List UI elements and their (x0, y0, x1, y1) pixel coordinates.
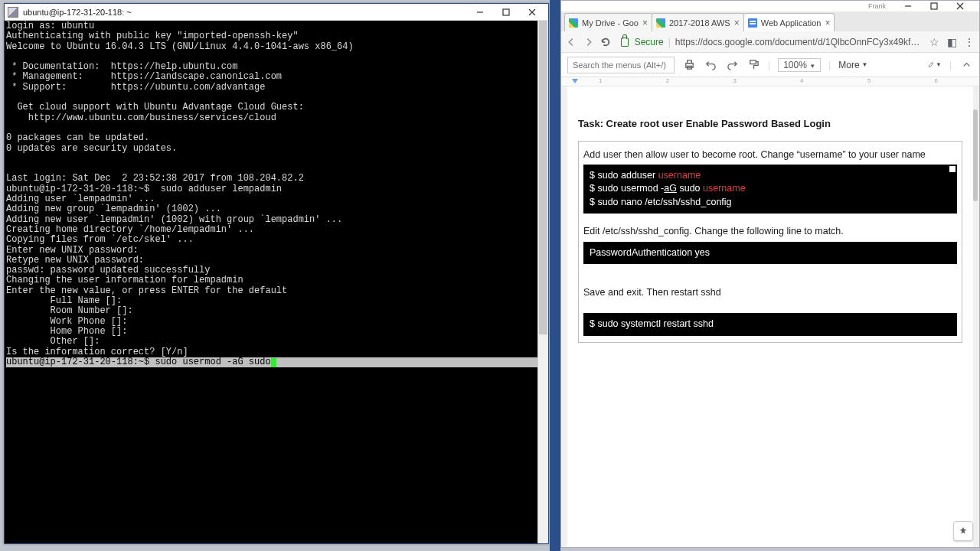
ruler[interactable]: 123456 (561, 77, 979, 86)
drive-favicon-icon (569, 18, 578, 28)
chrome-caption-bar: Frank (561, 1, 979, 11)
chrome-window: Frank My Drive - Goo×2017-2018 AWS×Web A… (560, 0, 980, 548)
terminal-current-line[interactable]: ubuntu@ip-172-31-20-118:~$ sudo usermod … (6, 357, 547, 367)
explore-button[interactable] (953, 521, 973, 541)
minimize-button[interactable] (467, 5, 493, 20)
paint-format-icon[interactable] (746, 58, 760, 72)
svg-rect-1 (931, 3, 937, 9)
tab-label: My Drive - Goo (582, 18, 639, 28)
selection-handle-icon[interactable] (949, 166, 956, 172)
zoom-select[interactable]: 100% ▼ (778, 58, 821, 72)
docs-page[interactable]: Task: Create root user Enable Password B… (567, 86, 973, 547)
more-button[interactable]: More ▼ (838, 60, 867, 70)
search-menus-input[interactable] (567, 57, 675, 73)
back-button[interactable] (566, 36, 577, 48)
putty-window: ubuntu@ip-172-31-20-118: ~ login as: ubu… (4, 3, 549, 544)
print-icon[interactable] (682, 58, 696, 72)
tab-2[interactable]: Web Application× (743, 13, 835, 31)
secure-label: Secure (635, 37, 664, 47)
docs-viewport: Task: Create root user Enable Password B… (561, 86, 979, 547)
drive-favicon-icon (656, 18, 665, 28)
chrome-toolbar: Secure | https://docs.google.com/documen… (561, 31, 979, 53)
ruler-tick: 2 (666, 77, 669, 84)
scrollbar-thumb[interactable] (973, 109, 978, 201)
undo-icon[interactable] (704, 58, 717, 72)
hide-menus-icon[interactable] (959, 58, 973, 72)
instruction-text: Edit /etc/ssh/sshd_config. Change the fo… (583, 224, 957, 238)
code-block: $ sudo adduser username $ sudo usermod -… (583, 165, 957, 214)
docs-toolbar: | 100% ▼ | More ▼ ▼ | (561, 53, 979, 77)
ruler-tick: 4 (800, 77, 803, 84)
tab-strip: My Drive - Goo×2017-2018 AWS×Web Applica… (561, 11, 979, 31)
forward-button[interactable] (583, 36, 595, 48)
profile-name: Frank (868, 2, 886, 10)
tab-1[interactable]: 2017-2018 AWS× (652, 13, 744, 31)
bookmark-star-icon[interactable]: ☆ (929, 36, 940, 48)
putty-titlebar[interactable]: ubuntu@ip-172-31-20-118: ~ (5, 4, 548, 21)
url-text: https://docs.google.com/document/d/1Qlbc… (675, 37, 920, 47)
ruler-tick: 6 (934, 77, 937, 84)
docs-scrollbar[interactable] (972, 86, 979, 547)
task-title: Task: Create root user Enable Password B… (578, 117, 962, 132)
scrollbar-thumb[interactable] (539, 21, 547, 334)
editing-mode-icon[interactable]: ▼ (928, 58, 942, 72)
tab-close-icon[interactable]: × (734, 18, 740, 28)
menu-dots-icon[interactable]: ⋮ (963, 36, 975, 48)
reload-button[interactable] (600, 36, 612, 48)
terminal-body[interactable]: login as: ubuntu Authenticating with pub… (5, 21, 548, 543)
indent-marker-icon[interactable] (572, 79, 578, 83)
close-button[interactable] (519, 5, 545, 20)
lock-icon (621, 37, 629, 47)
putty-icon (8, 7, 18, 18)
code-block: $ sudo systemctl restart sshd (583, 313, 957, 336)
putty-title: ubuntu@ip-172-31-20-118: ~ (23, 8, 467, 17)
instruction-text: Add user then allow user to become root.… (583, 148, 957, 161)
extension-icon[interactable]: ◧ (946, 36, 958, 48)
tab-label: Web Application (761, 18, 822, 28)
terminal-cursor (271, 358, 276, 367)
instruction-text: Save and exit. Then restart sshd (583, 285, 957, 299)
docs-favicon-icon (748, 18, 757, 28)
tab-close-icon[interactable]: × (642, 18, 648, 28)
placeholder-username: username (658, 170, 701, 181)
maximize-button[interactable] (493, 5, 519, 20)
ruler-tick: 3 (733, 77, 736, 84)
window-divider (550, 0, 560, 551)
redo-icon[interactable] (725, 58, 739, 72)
svg-rect-5 (750, 60, 756, 64)
ruler-tick: 1 (599, 77, 602, 84)
address-bar[interactable]: Secure | https://docs.google.com/documen… (618, 37, 923, 47)
placeholder-username: username (703, 183, 746, 194)
svg-rect-0 (503, 9, 509, 15)
tab-0[interactable]: My Drive - Goo× (564, 13, 652, 31)
code-block: PasswordAuthentication yes (583, 242, 957, 265)
ruler-tick: 5 (867, 77, 871, 84)
terminal-scrollbar[interactable] (537, 21, 548, 543)
tab-label: 2017-2018 AWS (669, 18, 730, 28)
doc-section-box: Add user then allow user to become root.… (578, 141, 962, 343)
svg-rect-3 (687, 60, 691, 64)
tab-close-icon[interactable]: × (825, 18, 830, 28)
